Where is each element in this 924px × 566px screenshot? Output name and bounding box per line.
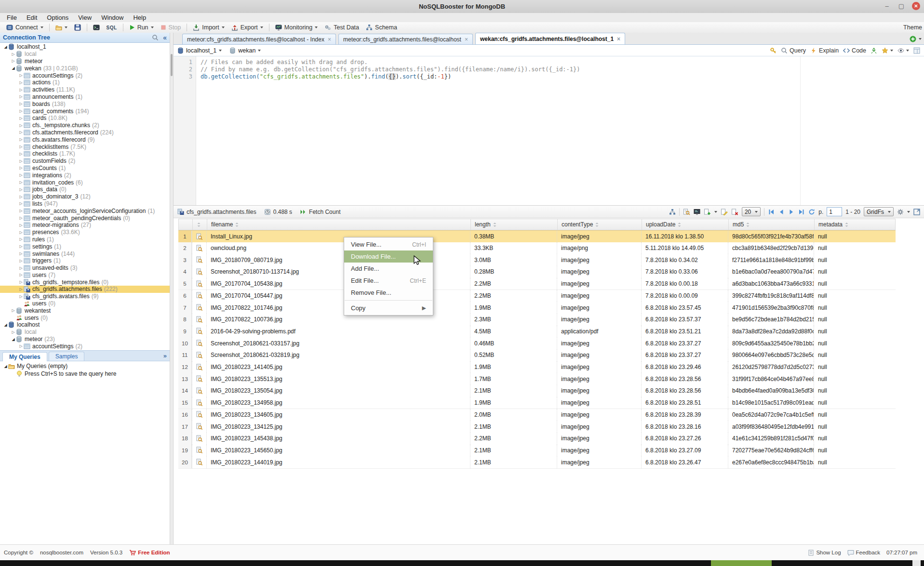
explain-button[interactable]: Explain: [810, 47, 839, 54]
toolbar-import-button[interactable]: Import: [189, 23, 228, 32]
site-link[interactable]: nosqlbooster.com: [40, 550, 83, 555]
expand-arrow-icon[interactable]: ▷: [18, 73, 24, 78]
search-icon[interactable]: [152, 34, 159, 41]
preview-icon[interactable]: [192, 314, 206, 326]
chevron-down-icon[interactable]: [315, 26, 318, 28]
my-queries-item[interactable]: ◢My Queries (empty): [0, 362, 170, 370]
chevron-down-icon[interactable]: [40, 26, 43, 28]
code-button[interactable]: Code: [843, 47, 866, 54]
add-document-icon[interactable]: [704, 209, 711, 215]
taskbar-active-segment[interactable]: [711, 560, 772, 566]
table-row[interactable]: 11Screenshot_20180621-032819.jpg0.52MBim…: [178, 349, 896, 362]
expand-arrow-icon[interactable]: ▷: [18, 159, 24, 163]
tree-item[interactable]: ▷lists(947): [0, 200, 170, 208]
expand-arrow-icon[interactable]: ▷: [18, 130, 24, 134]
table-row[interactable]: 14IMG_20180223_135054.jpg2.1MBimage/jpeg…: [178, 385, 896, 397]
header-preview[interactable]: [192, 219, 207, 230]
expand-arrow-icon[interactable]: ▷: [11, 52, 16, 56]
tab-close-icon[interactable]: ×: [617, 36, 620, 42]
tab-my-queries[interactable]: My Queries: [2, 352, 47, 361]
edit-document-icon[interactable]: [721, 209, 728, 215]
tree-item[interactable]: ▷unsaved-edits(3): [0, 264, 170, 272]
menu-item-copy[interactable]: Copy▶: [344, 302, 433, 314]
preview-icon[interactable]: [192, 349, 206, 361]
document-tab[interactable]: meteor:cfs_gridfs.attachments.files@loca…: [182, 34, 336, 44]
tree-item[interactable]: ▷cfs.attachments.filerecord(224): [0, 129, 170, 136]
tab-samples[interactable]: Samples: [49, 352, 85, 361]
tree-item[interactable]: ▷cfs_gridfs.attachments.files(222): [0, 286, 170, 293]
table-row[interactable]: 6IMG_20170704_105447.jpg2.2MBimage/jpeg7…: [178, 290, 896, 303]
expand-arrow-icon[interactable]: ▷: [18, 80, 24, 85]
close-icon[interactable]: ✕: [912, 2, 920, 10]
table-row[interactable]: 7IMG_20170822_101746.jpg1.9MBimage/jpeg6…: [178, 302, 896, 314]
rocket-icon[interactable]: [870, 47, 877, 54]
tree-item[interactable]: ▷integrations(2): [0, 171, 170, 179]
tree-item[interactable]: ▷swimlanes(144): [0, 250, 170, 257]
table-row[interactable]: 20IMG_20180223_144019.jpg2.1MBimage/jpeg…: [178, 456, 896, 469]
chevron-right-icon[interactable]: »: [163, 352, 167, 359]
toolbar-run-button[interactable]: Run: [126, 23, 157, 32]
tree-item[interactable]: ▷meteor_oauth_pendingCredentials(0): [0, 214, 170, 222]
table-row[interactable]: 13IMG_20180223_135513.jpg1.7MBimage/jpeg…: [178, 373, 896, 385]
table-row[interactable]: 18IMG_20180223_145438.jpg2.2MBimage/jpeg…: [178, 433, 896, 445]
table-row[interactable]: 10Screenshot_20180621-033157.jpg0.46MBim…: [178, 337, 896, 350]
tree-item[interactable]: ▷cfs_gridfs.avatars.files(9): [0, 293, 170, 300]
menu-item-view[interactable]: View: [73, 13, 96, 22]
tab-close-icon[interactable]: ×: [465, 36, 468, 43]
expand-arrow-icon[interactable]: ▷: [18, 237, 24, 241]
new-tab-icon[interactable]: [910, 36, 916, 42]
query-editor[interactable]: 123 // Files can be added easily with dr…: [174, 56, 924, 205]
tree-item[interactable]: ▷jobs_dominator_3(12): [0, 193, 170, 200]
expand-arrow-icon[interactable]: ▷: [11, 59, 16, 63]
expand-arrow-icon[interactable]: ◢: [11, 337, 16, 342]
view-mode-select[interactable]: GridFs: [864, 207, 894, 216]
taskbar-tray-segment[interactable]: [912, 560, 921, 566]
preview-icon[interactable]: [192, 278, 206, 290]
expand-arrow-icon[interactable]: ▷: [18, 223, 24, 227]
console-icon[interactable]: [694, 209, 700, 215]
table-row[interactable]: 3IMG_20180709_080719.jpg3.0MBimage/jpeg7…: [178, 254, 896, 266]
preview-icon[interactable]: [192, 326, 206, 338]
expand-arrow-icon[interactable]: ▷: [18, 88, 24, 92]
toolbar-monitoring-button[interactable]: Monitoring: [272, 23, 321, 32]
minimize-icon[interactable]: –: [883, 2, 891, 10]
toolbar-shell-icon[interactable]: [90, 23, 103, 32]
expand-arrow-icon[interactable]: ▷: [18, 173, 24, 177]
toolbar-open-folder-icon[interactable]: [52, 23, 71, 32]
tree-item[interactable]: users(0): [0, 314, 170, 321]
toolbar-connect-button[interactable]: Connect: [3, 23, 47, 32]
tree-item[interactable]: ▷checklists(1.7K): [0, 150, 170, 158]
table-row[interactable]: 15IMG_20180223_134958.jpg1.9MBimage/jpeg…: [178, 397, 896, 409]
tree-item[interactable]: ▷cfs.avatars.filerecord(9): [0, 136, 170, 143]
document-tab[interactable]: meteor:cfs_gridfs.attachments.files@loca…: [338, 34, 473, 44]
tree-item[interactable]: ▷jobs_data(0): [0, 186, 170, 193]
preview-icon[interactable]: [192, 361, 206, 373]
panel-splitter[interactable]: [170, 33, 174, 544]
preview-icon[interactable]: [192, 433, 206, 445]
toolbar-test-data-button[interactable]: Test Data: [321, 23, 362, 32]
expand-arrow-icon[interactable]: ▷: [18, 259, 24, 263]
tree-item[interactable]: ▷cfs._tempstore.chunks(2): [0, 122, 170, 129]
star-icon[interactable]: [882, 47, 893, 54]
tree-item[interactable]: ▷accountSettings(2): [0, 72, 170, 79]
gear-icon[interactable]: [897, 209, 904, 215]
tree-item[interactable]: ▷meteor-migrations(27): [0, 222, 170, 229]
expand-arrow-icon[interactable]: ◢: [3, 323, 8, 327]
expand-arrow-icon[interactable]: ▷: [18, 201, 24, 206]
view-document-icon[interactable]: [683, 209, 690, 215]
preview-icon[interactable]: [192, 373, 206, 385]
column-header-filename[interactable]: filename: [207, 219, 470, 230]
tree-item[interactable]: ▷users(7): [0, 272, 170, 279]
tree-item[interactable]: ▷settings(1): [0, 243, 170, 250]
table-row[interactable]: 17IMG_20180223_134125.jpg2.1MBimage/jpeg…: [178, 421, 896, 433]
connection-selector[interactable]: localhost_1: [177, 47, 222, 54]
toolbar-schema-button[interactable]: Schema: [362, 23, 401, 32]
preview-icon[interactable]: [192, 456, 206, 468]
add-chevron-icon[interactable]: [714, 211, 717, 213]
expand-arrow-icon[interactable]: ▷: [18, 145, 24, 149]
expand-arrow-icon[interactable]: ▷: [18, 216, 24, 220]
menu-item-options[interactable]: Options: [42, 13, 73, 22]
tree-item[interactable]: ▷customFields(2): [0, 158, 170, 165]
menu-item-remove-file[interactable]: Remove File...: [344, 287, 433, 299]
prev-page-icon[interactable]: [778, 209, 785, 215]
